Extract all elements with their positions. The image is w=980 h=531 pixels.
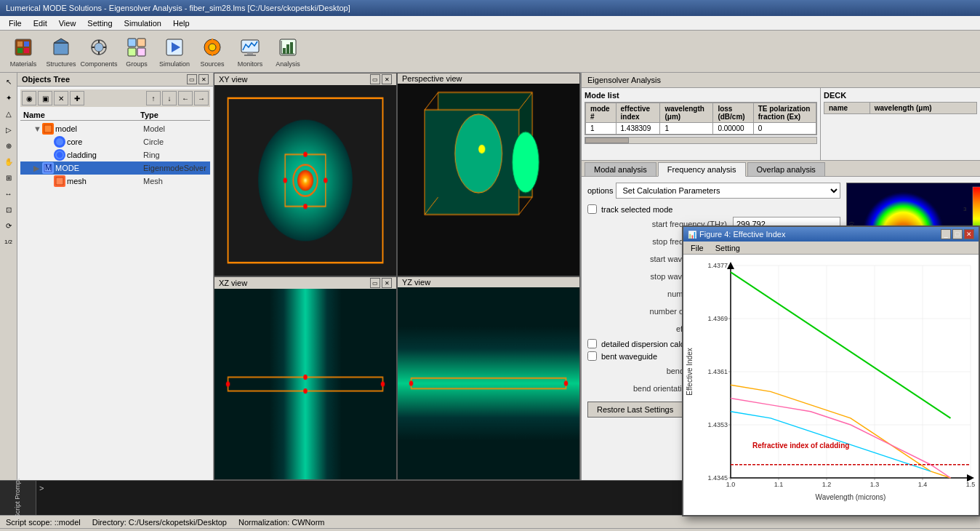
xy-header: XY view ▭ ✕: [214, 73, 396, 85]
tool-grid[interactable]: ⊡: [1, 202, 16, 217]
perspective-content: [398, 84, 579, 276]
menu-edit[interactable]: Edit: [28, 17, 53, 29]
mesh-icon: [54, 175, 65, 187]
mode-col-wavelength: wavelength (μm): [660, 103, 713, 123]
menu-setting[interactable]: Setting: [81, 17, 118, 29]
figure4-close-btn[interactable]: ✕: [964, 229, 974, 239]
xz-restore[interactable]: ▭: [370, 278, 380, 288]
expand-mode[interactable]: ▶: [33, 164, 42, 173]
tree-item-model[interactable]: ▼ model Model: [20, 122, 210, 135]
mode-row-1[interactable]: 1 1.438309 1 0.00000 0: [586, 123, 816, 135]
figure4-title-left: 📊 Figure 4: Effective Index: [688, 230, 785, 239]
svg-rect-37: [56, 177, 63, 185]
track-mode-checkbox[interactable]: [587, 204, 597, 214]
eigensolver-title: Eigensolver Analysis: [582, 73, 980, 88]
toolbar-sources[interactable]: Sources: [195, 34, 230, 69]
tree-item-cladding[interactable]: cladding Ring: [20, 148, 210, 161]
objects-tree-title: Objects Tree: [22, 75, 70, 84]
tab-modal[interactable]: Modal analysis: [585, 162, 656, 176]
toolbar-analysis[interactable]: Analysis: [270, 34, 305, 69]
directory-text: Directory: C:/Users/ckopetski/Desktop: [92, 518, 227, 527]
tree-item-mesh[interactable]: mesh Mesh: [20, 175, 210, 188]
tool-triangle[interactable]: △: [1, 106, 16, 121]
tree-btn-right[interactable]: →: [194, 91, 209, 105]
mode-table: mode # effective index wavelength (μm) l…: [585, 103, 816, 135]
viewport-area: XY view ▭ ✕ Perspective view: [214, 73, 580, 480]
menu-simulation[interactable]: Simulation: [119, 17, 167, 29]
tree-name-header: Name: [20, 110, 137, 120]
tool-number[interactable]: 1/2: [1, 234, 16, 249]
mode-hscroll[interactable]: [585, 137, 817, 144]
xz-content: [214, 289, 396, 479]
toolbar-components[interactable]: Components: [81, 34, 116, 69]
expand-model[interactable]: ▼: [33, 124, 42, 133]
restore-settings-button[interactable]: Restore Last Settings: [587, 402, 683, 418]
svg-rect-23: [241, 40, 259, 52]
panel-close[interactable]: ✕: [198, 74, 209, 84]
core-name: core: [67, 137, 143, 146]
tab-overlap[interactable]: Overlap analysis: [747, 162, 825, 176]
svg-rect-29: [283, 48, 286, 54]
xy-title: XY view: [219, 75, 248, 84]
analysis-label: Analysis: [276, 60, 300, 68]
options-select[interactable]: Set Calculation Parameters: [616, 183, 840, 199]
tool-triangle2[interactable]: ▷: [1, 122, 16, 137]
toolbar-structures[interactable]: Structures: [44, 34, 79, 69]
tree-btn-plus[interactable]: ✚: [70, 91, 84, 105]
mode-list-title: Mode list: [585, 91, 817, 100]
toolbar-groups[interactable]: Groups: [119, 34, 154, 69]
bent-wg-checkbox[interactable]: [587, 351, 597, 361]
menu-help[interactable]: Help: [167, 17, 196, 29]
tool-measure[interactable]: ⊞: [1, 170, 16, 185]
figure4-menu-setting[interactable]: Setting: [711, 243, 744, 253]
tool-zoom[interactable]: ⊕: [1, 138, 16, 153]
menu-view[interactable]: View: [53, 17, 82, 29]
tool-draw[interactable]: ✦: [1, 90, 16, 105]
tree-btn-up[interactable]: ↑: [146, 91, 161, 105]
svg-rect-1: [17, 41, 23, 47]
console-prompt: >: [39, 484, 44, 492]
tree-btn-x[interactable]: ✕: [54, 91, 68, 105]
xy-restore[interactable]: ▭: [370, 74, 380, 84]
mode-table-wrapper: mode # effective index wavelength (μm) l…: [585, 102, 817, 135]
model-name: model: [55, 124, 143, 133]
mode-col-num: mode #: [586, 103, 616, 123]
toolbar-simulation[interactable]: Simulation: [157, 34, 192, 69]
normalization-text: Normalization: CWNorm: [238, 518, 325, 527]
figure4-max-btn[interactable]: □: [952, 229, 963, 239]
tree-item-mode[interactable]: ▶ M MODE EigenmodeSolver: [20, 161, 210, 175]
mode-wavelength: 1: [660, 123, 713, 135]
toolbar-monitors[interactable]: Monitors: [233, 34, 268, 69]
materials-label: Materials: [10, 60, 37, 68]
tree-btn-left[interactable]: ←: [178, 91, 193, 105]
svg-rect-32: [44, 125, 52, 132]
svg-rect-14: [137, 39, 145, 47]
xy-close[interactable]: ✕: [382, 74, 392, 84]
core-icon: [54, 136, 65, 148]
menu-file[interactable]: File: [3, 17, 28, 29]
tree-btn-down[interactable]: ↓: [162, 91, 177, 105]
figure4-min-btn[interactable]: _: [941, 229, 951, 239]
objects-tree-content: ◉ ▣ ✕ ✚ ↑ ↓ ← → Name Type ▼ mo: [17, 87, 213, 480]
panel-restore[interactable]: ▭: [187, 74, 197, 84]
figure4-chart-area: [683, 255, 979, 515]
tree-btn-circle[interactable]: ◉: [22, 91, 36, 105]
groups-icon: [125, 36, 148, 59]
structures-icon: [49, 36, 73, 59]
tree-type-header: Type: [137, 110, 210, 120]
tool-select[interactable]: ↖: [1, 74, 16, 89]
tool-pan[interactable]: ✋: [1, 154, 16, 169]
figure4-menu-file[interactable]: File: [686, 243, 708, 253]
tree-item-core[interactable]: core Circle: [20, 135, 210, 148]
tool-ruler[interactable]: ↔: [1, 186, 16, 201]
xz-close[interactable]: ✕: [382, 278, 392, 288]
cladding-icon: [54, 149, 65, 161]
tree-btn-rect[interactable]: ▣: [38, 91, 52, 105]
tool-rotate[interactable]: ⟳: [1, 218, 16, 233]
tab-frequency[interactable]: Frequency analysis: [658, 162, 746, 177]
panel-controls: ▭ ✕: [187, 74, 209, 84]
figure4-title-text: Figure 4: Effective Index: [699, 230, 785, 239]
svg-rect-5: [54, 43, 68, 55]
toolbar-materials[interactable]: Materials: [6, 34, 41, 69]
detailed-disp-checkbox[interactable]: [587, 339, 597, 348]
